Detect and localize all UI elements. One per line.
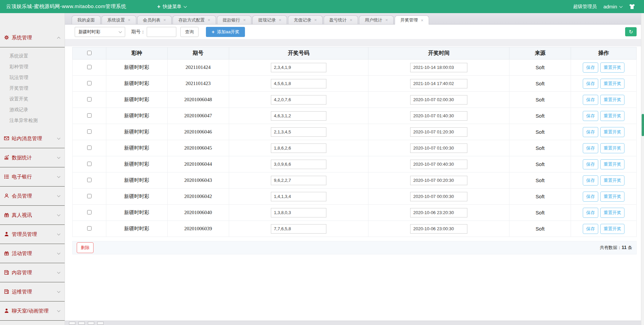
time-input[interactable] — [410, 176, 467, 185]
numbers-input[interactable] — [271, 111, 326, 121]
row-checkbox[interactable] — [87, 226, 92, 231]
sidebar-item-0[interactable]: 系统管理 — [0, 28, 65, 47]
save-button[interactable]: 保存 — [583, 208, 598, 218]
save-button[interactable]: 保存 — [583, 159, 598, 169]
sidebar-subitem[interactable]: 游戏记录 — [0, 104, 65, 115]
numbers-input[interactable] — [271, 224, 326, 234]
reset-draw-button[interactable]: 重置开奖 — [600, 224, 624, 234]
tab-close-icon[interactable]: × — [243, 18, 246, 22]
tab-开奖管理[interactable]: 开奖管理× — [395, 15, 429, 25]
lottery-select[interactable]: 新疆时时彩 — [75, 27, 125, 37]
numbers-input[interactable] — [271, 208, 326, 217]
tab-会员列表[interactable]: 会员列表× — [137, 15, 172, 24]
save-button[interactable]: 保存 — [583, 192, 598, 202]
save-button[interactable]: 保存 — [583, 127, 598, 137]
save-button[interactable]: 保存 — [583, 111, 598, 121]
sidebar-item-7[interactable]: 活动管理 — [0, 244, 65, 263]
tab-close-icon[interactable]: × — [350, 18, 353, 22]
numbers-input[interactable] — [271, 79, 326, 88]
row-checkbox[interactable] — [87, 113, 92, 118]
sidebar-item-1[interactable]: 站内消息管理 — [0, 129, 65, 148]
user-menu[interactable]: admin — [603, 4, 622, 9]
taskbar-item[interactable] — [78, 322, 85, 325]
save-button[interactable]: 保存 — [583, 79, 598, 89]
tab-close-icon[interactable]: × — [314, 18, 317, 22]
reset-draw-button[interactable]: 重置开奖 — [600, 175, 624, 186]
sidebar-item-6[interactable]: 管理员管理 — [0, 225, 65, 244]
row-checkbox[interactable] — [87, 129, 92, 134]
time-input[interactable] — [410, 208, 467, 217]
reset-draw-button[interactable]: 重置开奖 — [600, 95, 624, 105]
numbers-input[interactable] — [271, 176, 326, 185]
save-button[interactable]: 保存 — [583, 63, 598, 73]
row-checkbox[interactable] — [87, 162, 92, 166]
sidebar-subitem[interactable]: 系统设置 — [0, 50, 65, 61]
reset-draw-button[interactable]: 重置开奖 — [600, 63, 624, 73]
scrollbar-thumb[interactable] — [642, 114, 644, 136]
sidebar-subitem[interactable]: 彩种管理 — [0, 61, 65, 72]
taskbar-item[interactable] — [69, 322, 75, 325]
time-input[interactable] — [410, 224, 467, 234]
row-checkbox[interactable] — [87, 65, 92, 69]
save-button[interactable]: 保存 — [583, 224, 598, 234]
tab-close-icon[interactable]: × — [128, 18, 131, 22]
sidebar-item-10[interactable]: 聊天室/动画管理 — [0, 301, 65, 321]
time-input[interactable] — [410, 63, 467, 72]
sidebar-item-2[interactable]: 数据统计 — [0, 148, 65, 167]
vertical-scrollbar[interactable] — [641, 13, 644, 325]
reset-draw-button[interactable]: 重置开奖 — [600, 111, 624, 121]
time-input[interactable] — [410, 111, 467, 121]
tab-存款方式配置[interactable]: 存款方式配置× — [173, 15, 216, 24]
theme-shirt-icon[interactable] — [629, 3, 635, 10]
sidebar-item-8[interactable]: 内容管理 — [0, 263, 65, 282]
row-checkbox[interactable] — [87, 97, 92, 101]
tab-close-icon[interactable]: × — [421, 18, 424, 23]
tab-close-icon[interactable]: × — [208, 18, 210, 22]
sidebar-subitem[interactable]: 设置开奖 — [0, 93, 65, 104]
numbers-input[interactable] — [271, 192, 326, 201]
sidebar-subitem[interactable]: 注单异常检测 — [0, 115, 65, 126]
tab-用户统计[interactable]: 用户统计× — [359, 15, 394, 24]
time-input[interactable] — [410, 79, 467, 88]
tab-close-icon[interactable]: × — [385, 18, 388, 22]
numbers-input[interactable] — [271, 160, 326, 169]
add-draw-button[interactable]: + 添加aa开奖 — [206, 27, 245, 37]
time-input[interactable] — [410, 192, 467, 201]
save-button[interactable]: 保存 — [583, 143, 598, 153]
sidebar-item-5[interactable]: 真人视讯 — [0, 206, 65, 225]
search-button[interactable]: 查询 — [180, 27, 199, 37]
time-input[interactable] — [410, 95, 467, 105]
taskbar-item[interactable] — [97, 322, 104, 325]
tab-充值记录[interactable]: 充值记录× — [288, 15, 323, 24]
tab-close-icon[interactable]: × — [164, 18, 166, 22]
sidebar-subitem[interactable]: 玩法管理 — [0, 72, 65, 83]
tab-提款银行[interactable]: 提款银行× — [217, 15, 252, 24]
row-checkbox[interactable] — [87, 178, 92, 182]
tab-我的桌面[interactable]: 我的桌面 — [72, 15, 101, 24]
row-checkbox[interactable] — [87, 210, 92, 214]
tab-提现记录[interactable]: 提现记录× — [252, 15, 287, 24]
sidebar-item-9[interactable]: 运维管理 — [0, 282, 65, 301]
reset-draw-button[interactable]: 重置开奖 — [600, 159, 624, 169]
taskbar-item[interactable] — [88, 322, 94, 325]
row-checkbox[interactable] — [87, 81, 92, 85]
numbers-input[interactable] — [271, 63, 326, 72]
period-input[interactable] — [147, 27, 176, 37]
tab-盈亏统计[interactable]: 盈亏统计× — [324, 15, 358, 24]
row-checkbox[interactable] — [87, 194, 92, 198]
numbers-input[interactable] — [271, 127, 326, 137]
reset-draw-button[interactable]: 重置开奖 — [600, 143, 624, 153]
time-input[interactable] — [410, 144, 467, 153]
reset-draw-button[interactable]: 重置开奖 — [600, 79, 624, 89]
delete-button[interactable]: 删除 — [77, 242, 94, 253]
select-all-checkbox[interactable] — [87, 51, 92, 55]
refresh-button[interactable]: ↻ — [625, 27, 637, 36]
sidebar-subitem[interactable]: 开奖管理 — [0, 83, 65, 93]
reset-draw-button[interactable]: 重置开奖 — [600, 192, 624, 202]
numbers-input[interactable] — [271, 95, 326, 105]
row-checkbox[interactable] — [87, 146, 92, 150]
reset-draw-button[interactable]: 重置开奖 — [600, 208, 624, 218]
time-input[interactable] — [410, 160, 467, 169]
sidebar-item-4[interactable]: 会员管理 — [0, 187, 65, 206]
numbers-input[interactable] — [271, 144, 326, 153]
